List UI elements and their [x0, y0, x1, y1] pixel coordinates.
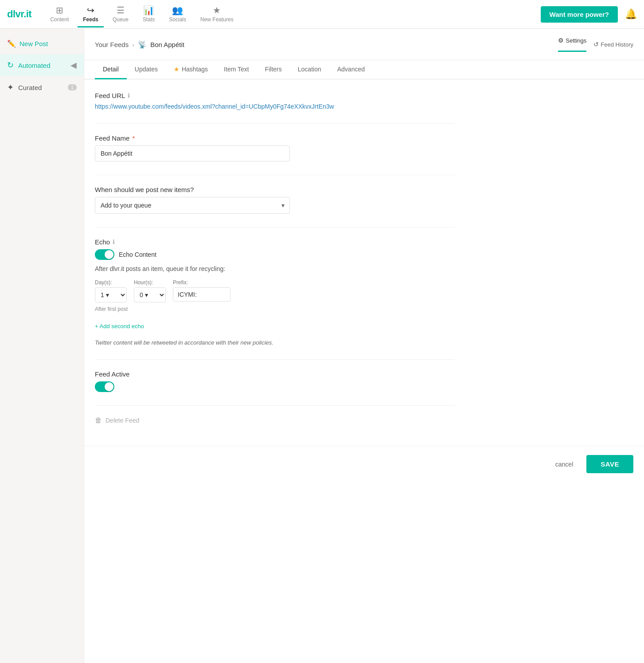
app-wrapper: dlvr.it ⊞ Content ↪ Feeds ☰ Queue 📊 Stat… [0, 0, 644, 663]
main-layout: ✏️ New Post ↻ Automated ◀ ✦ Curated 1 Yo… [0, 29, 644, 663]
logo-text-main: dlvr [7, 8, 23, 20]
stats-icon: 📊 [143, 5, 154, 16]
feed-url-info-icon[interactable]: ℹ [128, 92, 130, 99]
power-button[interactable]: Want more power? [541, 6, 618, 23]
nav-label-content: Content [50, 16, 69, 23]
trash-icon: 🗑 [95, 416, 102, 424]
echo-description: After dlvr.it posts an item, queue it fo… [95, 265, 455, 272]
bell-icon[interactable]: 🔔 [625, 8, 637, 20]
chevron-icon: ◀ [70, 60, 77, 70]
sidebar-item-automated[interactable]: ↻ Automated ◀ [0, 54, 84, 76]
sidebar: ✏️ New Post ↻ Automated ◀ ✦ Curated 1 [0, 29, 84, 663]
logo: dlvr.it [7, 8, 31, 20]
tab-location-label: Location [298, 66, 321, 73]
when-post-select-wrapper: Add to your queue Post immediately Post … [95, 197, 290, 214]
tab-filters[interactable]: Filters [257, 60, 290, 79]
nav-label-new-features: New Features [200, 16, 234, 23]
feed-active-label: Feed Active [95, 370, 455, 378]
echo-prefix-group: Prefix: [173, 279, 230, 302]
save-button[interactable]: SAVE [586, 455, 633, 473]
divider-4 [95, 359, 455, 360]
top-nav: dlvr.it ⊞ Content ↪ Feeds ☰ Queue 📊 Stat… [0, 0, 644, 29]
new-features-icon: ★ [213, 5, 221, 16]
delete-feed-button[interactable]: 🗑 Delete Feed [95, 416, 455, 424]
hashtag-star-icon: ★ [174, 66, 180, 73]
feed-header: Your Feeds › 📡 Bon Appétit ⚙ Settings ↺ … [84, 29, 644, 60]
tab-filters-label: Filters [265, 66, 282, 73]
nav-label-queue: Queue [113, 16, 129, 23]
echo-days-group: Day(s): 1 ▾ 2 ▾ 3 ▾ [95, 279, 127, 302]
nav-label-stats: Stats [143, 16, 155, 23]
tab-updates-label: Updates [135, 66, 158, 73]
feed-actions: ⚙ Settings ↺ Feed History [558, 37, 633, 60]
nav-item-feeds[interactable]: ↪ Feeds [78, 1, 104, 27]
new-post-button[interactable]: ✏️ New Post [0, 33, 84, 54]
breadcrumb-root[interactable]: Your Feeds [95, 41, 129, 48]
new-post-label: New Post [20, 40, 48, 47]
echo-toggle[interactable] [95, 249, 114, 260]
breadcrumb-separator: › [132, 41, 134, 48]
when-post-select[interactable]: Add to your queue Post immediately Post … [95, 197, 290, 214]
settings-action[interactable]: ⚙ Settings [558, 37, 586, 52]
echo-label: Echo ℹ [95, 238, 455, 246]
logo-text-accent: .it [23, 8, 31, 20]
pencil-icon: ✏️ [7, 39, 16, 48]
queue-icon: ☰ [117, 5, 125, 16]
when-post-label: When should we post new items? [95, 186, 455, 193]
tab-item-text[interactable]: Item Text [216, 60, 257, 79]
echo-days-label: Day(s): [95, 279, 127, 286]
tab-updates[interactable]: Updates [127, 60, 166, 79]
feed-url-label: Feed URL ℹ [95, 92, 455, 99]
echo-info-icon[interactable]: ℹ [113, 239, 115, 245]
required-indicator: * [132, 134, 135, 142]
echo-toggle-wrapper: Echo Content [95, 249, 455, 260]
content-area: Your Feeds › 📡 Bon Appétit ⚙ Settings ↺ … [84, 29, 644, 663]
tab-advanced[interactable]: Advanced [329, 60, 373, 79]
curated-badge: 1 [68, 84, 77, 90]
tab-location[interactable]: Location [290, 60, 329, 79]
feed-active-section: Feed Active [95, 370, 455, 392]
history-icon: ↺ [593, 41, 599, 48]
nav-item-socials[interactable]: 👥 Socials [164, 1, 191, 27]
echo-hours-label: Hour(s): [134, 279, 166, 286]
sidebar-item-curated[interactable]: ✦ Curated 1 [0, 76, 84, 98]
feed-url-value: https://www.youtube.com/feeds/videos.xml… [95, 103, 455, 110]
history-label: Feed History [601, 41, 633, 48]
content-icon: ⊞ [56, 5, 63, 16]
nav-item-queue[interactable]: ☰ Queue [107, 1, 134, 27]
tab-detail-label: Detail [103, 66, 119, 73]
echo-hours-select[interactable]: 0 ▾ 1 ▾ 6 ▾ 12 ▾ [134, 287, 166, 302]
echo-hours-group: Hour(s): 0 ▾ 1 ▾ 6 ▾ 12 ▾ [134, 279, 166, 302]
tab-hashtags-label: Hashtags [182, 66, 208, 73]
feed-active-toggle-knob [105, 382, 113, 391]
after-first-post-label: After first post [95, 306, 455, 312]
gear-icon: ⚙ [558, 37, 564, 44]
feed-name-input[interactable] [95, 145, 290, 161]
rss-icon: 📡 [138, 40, 147, 49]
sidebar-item-automated-label: Automated [18, 62, 51, 69]
form-content: Feed URL ℹ https://www.youtube.com/feeds… [84, 79, 465, 437]
echo-prefix-input[interactable] [173, 287, 230, 302]
breadcrumb: Your Feeds › 📡 Bon Appétit [95, 40, 184, 57]
tab-hashtags[interactable]: ★ Hashtags [166, 60, 216, 79]
cancel-button[interactable]: cancel [549, 456, 579, 472]
toggle-knob [105, 250, 113, 259]
nav-label-socials: Socials [169, 16, 186, 23]
echo-days-select[interactable]: 1 ▾ 2 ▾ 3 ▾ [95, 287, 127, 302]
nav-item-new-features[interactable]: ★ New Features [195, 1, 239, 27]
tab-detail[interactable]: Detail [95, 60, 127, 79]
twitter-notice: Twitter content will be retweeted in acc… [95, 339, 455, 346]
divider-2 [95, 175, 455, 175]
feeds-icon: ↪ [87, 5, 94, 16]
feed-active-toggle[interactable] [95, 381, 114, 392]
tab-advanced-label: Advanced [337, 66, 365, 73]
nav-item-content[interactable]: ⊞ Content [45, 1, 74, 27]
divider-1 [95, 123, 455, 124]
history-action[interactable]: ↺ Feed History [593, 41, 633, 48]
nav-item-stats[interactable]: 📊 Stats [137, 1, 160, 27]
echo-fields: Day(s): 1 ▾ 2 ▾ 3 ▾ Hour(s): 0 ▾ [95, 279, 455, 302]
add-second-echo-link[interactable]: + Add second echo [95, 323, 144, 330]
feed-active-toggle-wrapper [95, 381, 455, 392]
nav-right: Want more power? 🔔 [541, 6, 637, 23]
feed-name-label: Feed Name * [95, 134, 455, 142]
